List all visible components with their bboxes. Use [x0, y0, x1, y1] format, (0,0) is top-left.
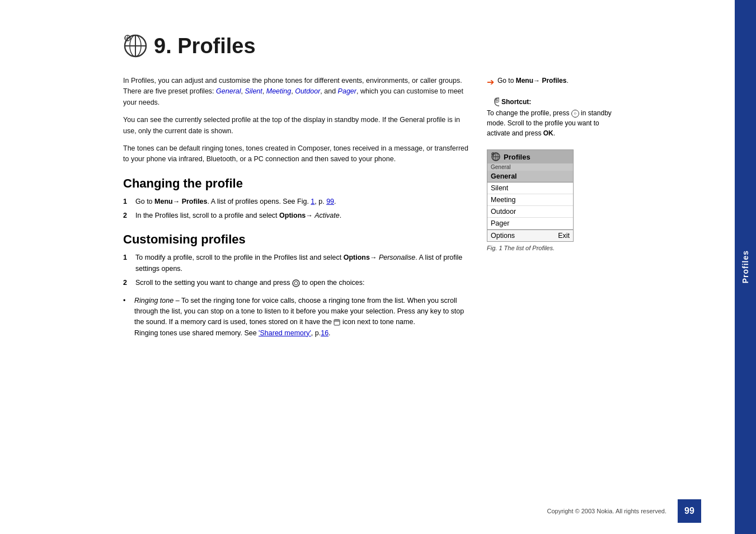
bullet-text: Ringing tone – To set the ringing tone f…	[134, 296, 470, 339]
step-text: Scroll to the setting you want to change…	[135, 278, 364, 288]
changing-steps-list: 1 Go to Menu→ Profiles. A list of profil…	[123, 196, 470, 222]
shortcut-label: Shortcut:	[501, 97, 531, 107]
phone-title: Profiles	[504, 153, 530, 161]
phone-row-pager: Pager	[487, 218, 573, 229]
phone-footer: Options Exit	[487, 229, 573, 241]
bullet-list: Ringing tone – To set the ringing tone f…	[123, 296, 470, 339]
list-item: Ringing tone – To set the ringing tone f…	[123, 296, 470, 339]
svg-rect-9	[334, 320, 340, 325]
page-title-area: 9. Profiles	[123, 34, 701, 59]
intro-para-2: You can see the currently selected profi…	[123, 115, 470, 137]
page-container: 9. Profiles In Profiles, you can adjust …	[0, 0, 756, 534]
standby-button-icon: ○	[571, 110, 579, 118]
phone-subtitle: General	[487, 163, 573, 171]
section-heading-customising: Customising profiles	[123, 232, 470, 247]
left-column: In Profiles, you can adjust and customis…	[123, 76, 470, 342]
profiles-icon	[123, 34, 148, 59]
svg-point-8	[294, 282, 298, 285]
svg-point-7	[293, 280, 299, 287]
phone-footer-options: Options	[491, 232, 515, 240]
scroll-icon	[292, 279, 300, 287]
phone-row-outdoor: Outdoor	[487, 206, 573, 218]
page-number-badge: 99	[678, 499, 701, 523]
step-number: 2	[123, 278, 131, 288]
phone-header-icon	[491, 152, 501, 162]
list-item: 2 In the Profiles list, scroll to a prof…	[123, 210, 470, 221]
step-number: 1	[123, 252, 131, 274]
list-item: 1 Go to Menu→ Profiles. A list of profil…	[123, 196, 470, 207]
intro-para-3: The tones can be default ringing tones, …	[123, 143, 470, 165]
shortcut-block: Shortcut: To change the profile, press ○…	[487, 97, 621, 138]
shortcut-icon-row: Shortcut:	[487, 97, 621, 107]
arrow-icon: ➔	[487, 76, 494, 89]
step-number: 2	[123, 210, 131, 221]
phone-caption: Fig. 1 The list of Profiles.	[487, 245, 621, 251]
page-title: 9. Profiles	[154, 34, 256, 58]
sidebar-nav-item: ➔ Go to Menu→ Profiles.	[487, 76, 621, 89]
phone-selected-row: General	[487, 171, 573, 182]
intro-para-1: In Profiles, you can adjust and customis…	[123, 76, 470, 108]
step-number: 1	[123, 196, 131, 207]
page-footer: Copyright © 2003 Nokia. All rights reser…	[547, 499, 701, 523]
step-text: In the Profiles list, scroll to a profil…	[135, 210, 341, 221]
memory-card-icon	[334, 319, 340, 326]
phone-row-silent: Silent	[487, 182, 573, 194]
phone-footer-exit: Exit	[558, 232, 570, 240]
main-content: 9. Profiles In Profiles, you can adjust …	[0, 0, 735, 534]
list-item: 2 Scroll to the setting you want to chan…	[123, 278, 470, 288]
copyright-text: Copyright © 2003 Nokia. All rights reser…	[547, 508, 666, 514]
list-item: 1 To modify a profile, scroll to the pro…	[123, 252, 470, 274]
sidebar-nav-text: Go to Menu→ Profiles.	[497, 76, 569, 86]
phone-row-meeting: Meeting	[487, 194, 573, 206]
side-tab-text: Profiles	[741, 250, 750, 283]
right-column: ➔ Go to Menu→ Profiles. Shortcut:	[487, 76, 621, 342]
step-text: Go to Menu→ Profiles. A list of profiles…	[135, 196, 336, 207]
phone-mockup: Profiles General General Silent Meeting …	[487, 149, 574, 242]
phone-header: Profiles	[487, 150, 573, 163]
content-columns: In Profiles, you can adjust and customis…	[123, 76, 701, 342]
shortcut-icon	[487, 97, 499, 107]
customising-steps-list: 1 To modify a profile, scroll to the pro…	[123, 252, 470, 288]
step-text: To modify a profile, scroll to the profi…	[135, 252, 470, 274]
shortcut-text: To change the profile, press ○ in standb…	[487, 109, 612, 137]
section-heading-changing: Changing the profile	[123, 176, 470, 191]
side-tab: Profiles	[735, 0, 756, 534]
